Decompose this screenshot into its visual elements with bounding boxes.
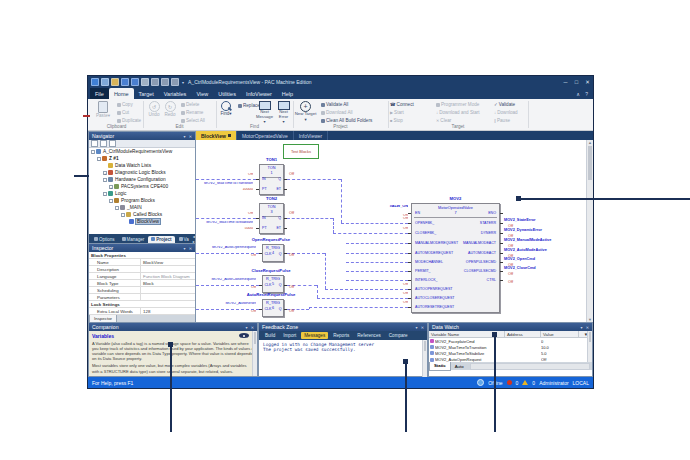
clean-all-build-folders-button[interactable]: Clean All Build Folders xyxy=(321,118,372,123)
ribbon-collapse-help-icons[interactable]: ∧ ? xyxy=(576,91,590,97)
new-project-icon[interactable] xyxy=(101,78,109,86)
pin-manualmodeact[interactable]: MANUALMODEACT xyxy=(463,242,496,246)
tree-item-project[interactable]: -A_CtrlModuleRequirementsView xyxy=(91,148,172,155)
navigator-header[interactable]: Navigator▾ ✕ xyxy=(89,132,195,140)
inspector-row[interactable]: Scheduling xyxy=(89,287,195,294)
pin-clk[interactable]: CLK xyxy=(265,308,272,312)
pin-pt[interactable]: PT xyxy=(262,227,267,231)
tab-references[interactable]: References xyxy=(354,332,384,339)
pin-clk[interactable]: CLK xyxy=(265,284,272,288)
tree-item-blockview[interactable]: BlockView xyxy=(129,218,160,225)
menu-tab-home[interactable]: Home xyxy=(109,88,134,99)
download-and-start-button[interactable]: ↓Download and Start xyxy=(436,110,480,115)
pin-openpulsecmd[interactable]: OPENPULSECMD xyxy=(466,261,496,265)
pin-closepulsecmd[interactable]: CLOSEPULSECMD xyxy=(464,270,496,274)
inspector-row[interactable]: NameBlockView xyxy=(89,259,195,266)
paste-button[interactable]: Paste▾ xyxy=(93,101,113,118)
function-block-ton1[interactable]: TON 1 IN PT Q ET xyxy=(259,164,284,195)
menu-tab-infoviewer[interactable]: InfoViewer xyxy=(241,88,277,99)
delete-button[interactable]: Delete xyxy=(181,102,199,107)
quick-access-chevron-icon[interactable]: ▾ xyxy=(182,80,184,85)
close-button[interactable]: ✕ xyxy=(582,79,593,85)
block-header-openrequestpulse[interactable]: OpenRequestPulse xyxy=(251,237,291,242)
block-header-ton1[interactable]: TON1 xyxy=(259,157,284,162)
function-block-ton2[interactable]: TON 3 IN PT Q ET xyxy=(259,203,284,234)
panel-header-icons[interactable]: ▾ ✕ xyxy=(246,325,255,330)
collapse-icon[interactable]: - xyxy=(109,199,113,203)
pin-in[interactable]: IN xyxy=(262,178,266,182)
tree-view-icon[interactable] xyxy=(91,140,98,147)
pin-clk[interactable]: CLK xyxy=(265,253,272,257)
validate-all-button[interactable]: Validate All xyxy=(321,102,348,107)
pin-autocloserequest[interactable]: AUTOCLOSEREQUEST xyxy=(415,297,454,301)
function-block-rtrig6[interactable]: R_TRIG 6 CLK Q xyxy=(262,299,284,317)
pin-interlock[interactable]: INTERLOCK_ xyxy=(415,279,438,283)
duplicate-button[interactable]: Duplicate xyxy=(117,118,141,123)
pin-q[interactable]: Q xyxy=(279,253,282,257)
copy-button[interactable]: Copy xyxy=(117,102,133,107)
menu-tab-utilities[interactable]: Utilities xyxy=(213,88,241,99)
pin-modechannel[interactable]: MODECHANNEL xyxy=(415,261,443,265)
undo-button[interactable]: ↺Undo xyxy=(147,101,161,117)
collapse-icon[interactable]: - xyxy=(97,157,101,161)
companion-header[interactable]: Companion▾ ✕ xyxy=(89,323,257,331)
feedback-scrollbar[interactable] xyxy=(422,340,427,377)
warning-indicator-icon[interactable] xyxy=(522,380,528,385)
tab-build[interactable]: Build xyxy=(262,332,278,339)
variable-label[interactable]: MOV2_AutoCloseRequest xyxy=(196,278,256,282)
output-variable-label[interactable]: MOV2_StateError xyxy=(504,219,535,223)
tree-item-pacsystems-cpe400[interactable]: +PACSystems CPE400 xyxy=(109,183,168,190)
tab-reports[interactable]: Reports xyxy=(330,332,352,339)
expand-icon[interactable]: + xyxy=(103,171,107,175)
next-error-button[interactable]: Next Error▾ xyxy=(275,101,292,124)
tab-variables-truncated[interactable]: Va xyxy=(176,236,192,243)
expand-icon[interactable]: + xyxy=(109,185,113,189)
editor-tab-infoviewer[interactable]: InfoViewer xyxy=(294,131,329,140)
pin-q[interactable]: Q xyxy=(279,308,282,312)
collapse-icon[interactable]: - xyxy=(121,213,125,217)
start-button[interactable]: ▶Start xyxy=(390,110,404,115)
variable-label[interactable]: #ALW_ON xyxy=(346,205,408,209)
tab-import[interactable]: Import xyxy=(280,332,299,339)
feedback-zone-header[interactable]: Feedback Zone▾ ✕ xyxy=(259,323,427,331)
tree-item-target[interactable]: -Z #1 xyxy=(97,155,119,162)
collapse-icon[interactable]: - xyxy=(115,206,119,210)
redo-button[interactable]: ↻Redo xyxy=(163,101,177,117)
pin-closefbk[interactable]: CLOSEFBK_ xyxy=(415,232,436,236)
pin-manualmoderequest[interactable]: MANUALMODEREQUEST xyxy=(415,242,458,246)
block-header-closerequestpulse[interactable]: CloseRequestPulse xyxy=(251,268,291,273)
tab-static[interactable]: Static xyxy=(429,362,451,371)
tree-item-data-watch-lists[interactable]: Data Watch Lists xyxy=(108,162,151,169)
scroll-down-icon[interactable]: ▼ xyxy=(587,317,593,322)
output-variable-label[interactable]: MOV2_ManualModeActive xyxy=(504,239,551,243)
companion-topic-heading[interactable]: Variables xyxy=(92,333,254,339)
tab-options[interactable]: Options xyxy=(91,236,118,243)
data-watch-header[interactable]: Data Watch▾ ✕ xyxy=(429,323,592,331)
programmer-mode-button[interactable]: Programmer Mode xyxy=(436,102,479,107)
horizontal-scrollbar[interactable] xyxy=(470,363,590,370)
redo-quick-icon[interactable] xyxy=(161,78,169,86)
panel-header-icons[interactable]: ▾ ✕ xyxy=(184,246,193,251)
output-variable-label[interactable]: MOV2_OpenCmd xyxy=(504,258,535,262)
collapse-icon[interactable]: - xyxy=(103,192,107,196)
column-value[interactable]: Value xyxy=(541,331,579,337)
inspector-row[interactable]: LanguageFunction Block Diagram xyxy=(89,273,195,280)
menu-tab-help[interactable]: Help xyxy=(277,88,298,99)
download-button[interactable]: ↓Download xyxy=(494,110,518,115)
save-icon[interactable] xyxy=(121,78,129,86)
pin-dynerr[interactable]: DYNERR xyxy=(481,232,496,236)
tree-item-program-blocks[interactable]: -Program Blocks xyxy=(109,197,155,204)
tab-auto[interactable]: Auto xyxy=(451,362,468,370)
tab-compare[interactable]: Compare xyxy=(386,332,411,339)
variable-label[interactable]: MOV2_AutoReset xyxy=(196,302,256,306)
panel-header-icons[interactable]: ▾ ✕ xyxy=(581,325,590,330)
pin-autoresetrequest[interactable]: AUTORESETREQUEST xyxy=(415,306,454,310)
variable-label[interactable]: MOV2_MaxTimeToStabilize xyxy=(196,221,253,225)
title-bar[interactable]: ▾ A_CtrlModuleRequirementsView - PAC Mac… xyxy=(88,76,593,88)
find-button[interactable]: Find▾ xyxy=(217,101,235,116)
save-all-icon[interactable] xyxy=(131,78,139,86)
error-indicator-icon[interactable] xyxy=(507,380,512,385)
inspector-row[interactable]: Extra Local Words128 xyxy=(89,308,195,315)
column-address[interactable]: Address xyxy=(505,331,541,337)
variable-label[interactable]: MOV2_AutoOpenRequest xyxy=(196,246,256,250)
